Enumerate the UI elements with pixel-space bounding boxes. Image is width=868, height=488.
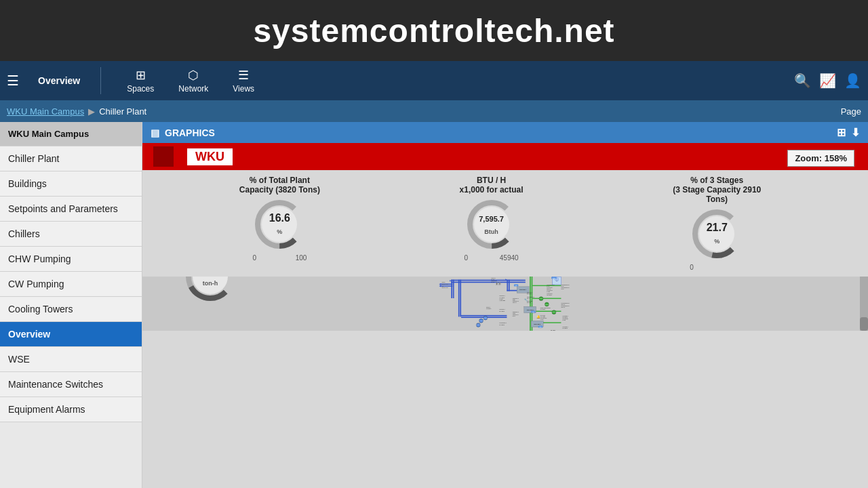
gauge-1-value: 16.6 %: [269, 212, 290, 237]
svg-rect-12: [453, 280, 454, 298]
tons-gauge: Tons 633.0 ton-h: [183, 277, 237, 304]
graphics-layout-icon[interactable]: ⊞: [837, 126, 846, 139]
nav-spaces[interactable]: ⊞ Spaces: [121, 65, 159, 96]
svg-text:FROM: FROM: [442, 282, 446, 283]
gauge-2-value: 7,595.7 Btuh: [479, 212, 504, 237]
svg-text:100.0 %: 100.0 %: [561, 307, 565, 308]
svg-text:CH3CW-DP: CH3CW-DP: [527, 301, 532, 302]
svg-text:CHWISOV-S: CHWISOV-S: [513, 298, 519, 299]
sidebar-item-overview[interactable]: Overview: [0, 322, 142, 347]
svg-text:CHILLER-3: CHILLER-3: [527, 309, 534, 310]
svg-text:66.9 rpm: 66.9 rpm: [527, 302, 532, 303]
svg-text:PLANT: PLANT: [491, 281, 494, 283]
app-container: ☰ Overview ⊞ Spaces ⬡ Network ☰ Views 🔍 …: [0, 61, 868, 488]
svg-text:CH4CWISOV-O: CH4CWISOV-O: [547, 285, 555, 285]
breadcrumb-campus[interactable]: WKU Main Campus: [7, 106, 84, 117]
svg-text:0.0 psi: 0.0 psi: [563, 320, 566, 321]
graphics-content: Zoom: 158% WKU % of Total Plant: [142, 143, 868, 488]
svg-text:PLANT: PLANT: [491, 279, 494, 280]
user-icon[interactable]: 👤: [844, 73, 861, 89]
right-scrollbar[interactable]: [860, 277, 868, 331]
svg-text:CHWISOV-S: CHWISOV-S: [513, 312, 519, 312]
svg-marker-49: [450, 280, 451, 282]
svg-rect-27: [532, 298, 561, 299]
sidebar-item-chw-pumping[interactable]: CHW Pumping: [0, 247, 142, 272]
svg-text:CT6CWSISOV-O: CT6CWSISOV-O: [561, 285, 570, 285]
svg-text:CHWS-T: CHWS-T: [486, 307, 490, 308]
svg-text:CH1CWE-T: CH1CWE-T: [563, 327, 568, 327]
svg-text:1,395.9 gpm: 1,395.9 gpm: [499, 300, 505, 302]
svg-text:BLDG LOAD: BLDG LOAD: [442, 283, 449, 285]
svg-marker-16: [439, 285, 441, 287]
sidebar-item-cw-pumping[interactable]: CW Pumping: [0, 272, 142, 297]
svg-text:54.2 deg F: 54.2 deg F: [499, 325, 505, 325]
svg-rect-17: [458, 280, 460, 317]
menu-icon[interactable]: ☰: [7, 73, 19, 89]
gauge-2-circle: 7,595.7 Btuh: [465, 197, 519, 251]
gauge-3-value: 21.7 %: [707, 222, 728, 246]
svg-marker-15: [439, 283, 441, 285]
svg-text:55.4 deg F: 55.4 deg F: [499, 311, 505, 312]
nav-network[interactable]: ⬡ Network: [173, 65, 214, 96]
svg-text:CH1CW-DP: CH1CW-DP: [563, 319, 568, 319]
svg-text:0.0 %: 0.0 %: [547, 286, 550, 287]
svg-text:44.3 deg F: 44.3 deg F: [486, 308, 492, 309]
breadcrumb-bar: WKU Main Campus ▶ Chiller Plant Page: [0, 100, 868, 122]
svg-text:0.0 %: 0.0 %: [527, 298, 530, 299]
svg-text:BLDG LOAD: BLDG LOAD: [442, 287, 449, 288]
tons-circle: 633.0 ton-h: [183, 277, 237, 304]
svg-rect-9: [451, 280, 525, 281]
sidebar-item-chillers[interactable]: Chillers: [0, 222, 142, 247]
sidebar-item-buildings[interactable]: Buildings: [0, 171, 142, 197]
graphics-panel: ▤ GRAPHICS ⊞ ⬇ Zoom: 158% WKU: [142, 122, 868, 488]
breadcrumb-right: Page: [841, 106, 861, 117]
sidebar-item-cooling-towers[interactable]: Cooling Towers: [0, 297, 142, 322]
graphics-header-icons: ⊞ ⬇: [837, 126, 860, 139]
top-nav: ☰ Overview ⊞ Spaces ⬡ Network ☰ Views 🔍 …: [0, 61, 868, 100]
svg-text:CH4CWS-T: CH4CWS-T: [527, 292, 532, 293]
watermark: systemcontroltech.net: [0, 0, 868, 61]
svg-text:CHWP4: CHWP4: [484, 317, 488, 319]
svg-text:CT5CWSISOV-O: CT5CWSISOV-O: [561, 287, 570, 288]
breadcrumb-separator: ▶: [88, 106, 95, 117]
svg-text:CH2: CH2: [539, 326, 541, 327]
search-icon[interactable]: 🔍: [794, 73, 811, 89]
gauge-1-title-1: % of Total Plant Capacity (3820 Tons): [239, 176, 320, 195]
svg-text:100.0 %: 100.0 %: [561, 304, 565, 305]
svg-text:CH3CWISOV-O: CH3CWISOV-O: [527, 297, 535, 298]
chart-icon[interactable]: 📈: [819, 73, 836, 89]
svg-text:CHILLER-4: CHILLER-4: [519, 289, 527, 290]
wku-logo-red: [153, 146, 174, 167]
svg-text:CHILLER-2: CHILLER-2: [534, 323, 540, 325]
gauge-1-circle: 16.6 %: [252, 197, 307, 251]
svg-text:63.0 deg F: 63.0 deg F: [563, 317, 568, 318]
svg-rect-22: [509, 280, 510, 291]
breadcrumb-plant: Chiller Plant: [99, 106, 146, 117]
svg-text:CH4: CH4: [515, 285, 517, 286]
svg-text:CDWP2: CDWP2: [552, 312, 555, 312]
svg-text:CH4CW-DP: CH4CW-DP: [547, 290, 552, 291]
svg-text:CH1CWE-T: CH1CWE-T: [563, 316, 568, 317]
sidebar-item-wse[interactable]: WSE: [0, 347, 142, 372]
sidebar-campus-header: WKU Main Campus: [0, 122, 142, 146]
gauge-3-circle: 21.7 %: [690, 207, 744, 261]
svg-text:CH CHWF: CH CHWF: [540, 315, 545, 316]
sidebar-item-chiller-plant[interactable]: Chiller Plant: [0, 146, 142, 171]
svg-text:CHWISOV-O: CHWISOV-O: [513, 301, 519, 302]
graphics-download-icon[interactable]: ⬇: [851, 126, 860, 139]
sidebar-item-maintenance-switches[interactable]: Maintenance Switches: [0, 372, 142, 397]
svg-text:CHCHWL-T: CHCHWL-T: [499, 309, 505, 310]
scrollbar-thumb[interactable]: [860, 317, 868, 331]
svg-rect-11: [451, 280, 452, 298]
graphics-menu-icon: ▤: [151, 127, 159, 138]
gauge-1-labels: 0 100: [252, 254, 307, 262]
svg-text:CHW TO: CHW TO: [491, 278, 496, 279]
nav-views[interactable]: ☰ Views: [227, 65, 260, 96]
sidebar-item-setpoints[interactable]: Setpoints and Parameters: [0, 197, 142, 222]
wku-header: WKU: [142, 143, 868, 170]
gauge-2-labels: 0 45940: [465, 254, 519, 262]
sidebar-item-equipment-alarms[interactable]: Equipment Alarms: [0, 397, 142, 422]
svg-text:79.0 deg F: 79.0 deg F: [547, 295, 552, 296]
svg-text:CDWP4: CDWP4: [539, 298, 542, 299]
svg-text:0.1 psi: 0.1 psi: [540, 319, 544, 320]
